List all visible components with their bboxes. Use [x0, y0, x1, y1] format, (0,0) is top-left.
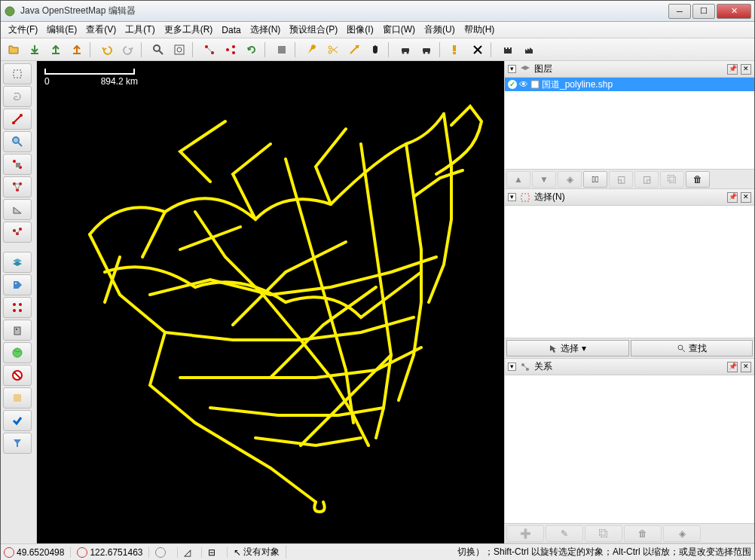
- nodes-red-icon[interactable]: [3, 297, 32, 318]
- select-rect-icon[interactable]: [3, 63, 32, 84]
- zoom-icon[interactable]: [3, 131, 32, 152]
- status-dist: [218, 547, 220, 558]
- svg-point-32: [20, 114, 23, 117]
- pin-icon[interactable]: 📌: [727, 362, 738, 372]
- car2-icon[interactable]: [417, 40, 436, 60]
- menu-selection[interactable]: 选择(N): [246, 22, 286, 38]
- collapse-icon[interactable]: ▾: [508, 65, 516, 73]
- angle-tool-icon[interactable]: [3, 199, 32, 220]
- scissors-icon[interactable]: [323, 40, 343, 60]
- restriction-icon[interactable]: [3, 365, 32, 386]
- collapse-icon[interactable]: ▾: [508, 363, 516, 371]
- svg-line-34: [18, 142, 22, 146]
- layer-active-icon[interactable]: ✓: [508, 80, 517, 89]
- menu-view[interactable]: 查看(V): [81, 22, 121, 38]
- draw-arrow-icon[interactable]: [344, 40, 364, 60]
- svg-point-12: [232, 45, 235, 48]
- pin-icon[interactable]: 📌: [727, 64, 738, 75]
- title-bar: Java OpenStreetMap 编辑器 ─ ☐ ✕: [1, 1, 754, 22]
- close-panel-icon[interactable]: ✕: [741, 64, 751, 75]
- zoom-box-icon[interactable]: [170, 40, 189, 60]
- menu-more-tools[interactable]: 更多工具(R): [160, 22, 218, 38]
- nodes-tool-icon[interactable]: [3, 222, 32, 243]
- delete-layer-icon[interactable]: 🗑: [686, 171, 710, 188]
- menu-file[interactable]: 文件(F): [4, 22, 42, 38]
- globe-icon[interactable]: [3, 342, 32, 363]
- wrench-icon[interactable]: [302, 40, 322, 60]
- svg-line-58: [682, 349, 685, 352]
- select-button[interactable]: 选择 ▾: [506, 340, 629, 357]
- close-button[interactable]: ✕: [717, 4, 751, 19]
- nodes-connect-icon[interactable]: [200, 40, 219, 60]
- refresh-icon[interactable]: [242, 40, 261, 60]
- map-canvas[interactable]: 0 894.2 km: [37, 61, 504, 543]
- menu-windows[interactable]: 窗口(W): [378, 22, 420, 38]
- building-icon[interactable]: [3, 320, 32, 341]
- svg-rect-49: [14, 327, 20, 335]
- menu-help[interactable]: 帮助(H): [460, 22, 500, 38]
- layers-title: 图层: [534, 63, 724, 75]
- menu-audio[interactable]: 音频(U): [420, 22, 460, 38]
- download-icon[interactable]: [25, 40, 44, 60]
- selection-icon: [519, 191, 531, 203]
- move-down-icon: ▼: [532, 171, 556, 188]
- layers-blue-icon[interactable]: [3, 252, 32, 273]
- svg-point-4: [154, 45, 160, 51]
- search-icon[interactable]: [148, 40, 168, 60]
- svg-point-45: [13, 303, 16, 306]
- relations-panel: ▾ 关系 📌 ✕ ➕ ✎ ⿻ 🗑 ◈: [505, 359, 754, 543]
- upload-green-icon[interactable]: [46, 40, 66, 60]
- close-panel-icon[interactable]: ✕: [741, 362, 751, 372]
- svg-point-7: [177, 47, 182, 52]
- svg-rect-54: [14, 394, 21, 402]
- nodes-split-icon[interactable]: [221, 40, 240, 60]
- svg-point-35: [13, 160, 16, 163]
- pin-icon[interactable]: 📌: [727, 192, 738, 203]
- hand-icon[interactable]: [365, 40, 385, 60]
- toggle-visible-icon[interactable]: 👁⃠: [583, 171, 607, 188]
- svg-point-11: [226, 48, 229, 51]
- warning-icon[interactable]: [447, 40, 466, 60]
- svg-point-23: [423, 51, 426, 54]
- minimize-button[interactable]: ─: [668, 4, 691, 19]
- castle-icon[interactable]: [498, 40, 518, 60]
- menu-tools[interactable]: 工具(T): [121, 22, 159, 38]
- cross-icon[interactable]: [468, 40, 488, 60]
- lasso-icon[interactable]: [3, 86, 32, 107]
- menu-imagery[interactable]: 图像(I): [342, 22, 378, 38]
- menu-presets[interactable]: 预设组合(P): [285, 22, 342, 38]
- heading-icon: [155, 547, 166, 558]
- filter-gray-icon[interactable]: [272, 40, 292, 60]
- layer-item[interactable]: ✓ 👁 国道_polyline.shp: [505, 78, 754, 91]
- menu-edit[interactable]: 编辑(E): [42, 22, 81, 38]
- tag-blue-icon[interactable]: [3, 274, 32, 295]
- combine-icon[interactable]: [3, 176, 32, 197]
- redo-icon[interactable]: [118, 40, 138, 60]
- svg-point-47: [13, 309, 16, 312]
- maximize-button[interactable]: ☐: [692, 4, 715, 19]
- undo-icon[interactable]: [97, 40, 117, 60]
- car1-icon[interactable]: [396, 40, 415, 60]
- delete-node-icon[interactable]: [3, 154, 32, 175]
- draw-line-icon[interactable]: [3, 109, 32, 130]
- collapse-icon[interactable]: ▾: [508, 193, 516, 201]
- svg-point-16: [329, 50, 332, 54]
- validate-icon[interactable]: [3, 410, 32, 431]
- factory-icon[interactable]: [519, 40, 539, 60]
- find-button[interactable]: 查找: [631, 340, 753, 357]
- dist-icon: ⊟: [208, 547, 215, 558]
- funnel-icon[interactable]: [3, 433, 32, 454]
- map-lines: [37, 61, 504, 543]
- angle-icon: ◿: [184, 547, 191, 558]
- close-panel-icon[interactable]: ✕: [741, 192, 751, 203]
- open-file-icon[interactable]: [4, 40, 23, 60]
- svg-point-33: [13, 137, 19, 143]
- delete-relation-icon: 🗑: [624, 525, 662, 542]
- layers-icon: [519, 63, 531, 75]
- filter-tool-icon[interactable]: [3, 387, 32, 409]
- eye-icon[interactable]: 👁: [519, 79, 528, 90]
- menu-data[interactable]: Data: [217, 23, 245, 37]
- upload-orange-icon[interactable]: [67, 40, 87, 60]
- svg-line-10: [206, 47, 212, 53]
- svg-line-30: [14, 115, 21, 123]
